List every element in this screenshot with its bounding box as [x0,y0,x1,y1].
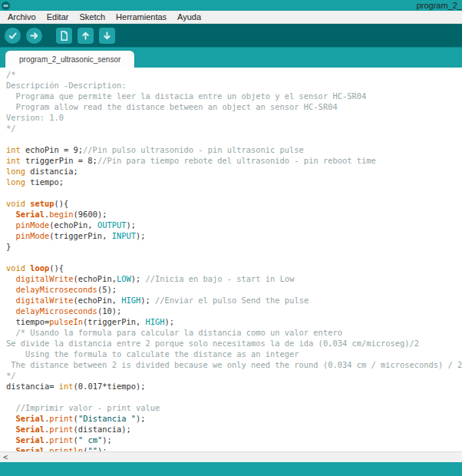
code-line [6,252,462,263]
code-line: tiempo=pulseIn(triggerPin, HIGH); [6,316,462,327]
menu-item-herramientas[interactable]: Herramientas [111,11,172,23]
arduino-logo-icon: ∞ [2,2,10,10]
menu-item-sketch[interactable]: Sketch [74,11,111,23]
check-icon [7,30,18,41]
code-line: /* [6,69,462,80]
code-line: digitalWrite(echoPin,LOW); //Inicia en b… [6,273,462,284]
code-line: distancia= int(0.017*tiempo); [6,381,462,392]
code-line: delayMicroseconds(10); [6,306,462,316]
open-sketch-button[interactable] [78,28,94,44]
arrow-right-icon [28,30,40,41]
code-line: /* Usando la formula para calcular la di… [6,327,462,338]
code-line: long distancia; [6,166,462,177]
code-line: Se divide la distancia entre 2 porque so… [6,338,462,349]
code-line [6,134,462,144]
code-line: } [6,241,462,252]
code-line: Descripción -Description: [6,80,462,91]
code-line: pinMode(echoPin, OUTPUT); [6,220,462,230]
code-editor[interactable]: /*Descripción -Description: Programa que… [0,68,462,451]
document-icon [58,30,70,41]
code-line [6,187,462,198]
menu-item-ayuda[interactable]: Ayuda [172,11,206,23]
code-line: delayMicroseconds(5); [6,284,462,295]
arrow-up-icon [80,30,91,41]
scroll-left-button[interactable]: < [0,452,12,462]
menu-item-editar[interactable]: Editar [41,11,74,23]
code-line: int echoPin = 9;//Pin pulso ultrasonido … [6,144,462,155]
code-line: int triggerPin = 8;//Pin para tiempo reb… [6,155,462,166]
code-line: Serial.begin(9600); [6,209,462,220]
arrow-down-icon [101,30,113,41]
code-line: long tiempo; [6,177,462,187]
code-line: Version: 1.0 [6,112,462,123]
save-sketch-button[interactable] [99,28,115,44]
tab-strip: program_2_ultrasonic_sensor [0,47,462,68]
upload-button[interactable] [26,28,42,44]
menu-item-archivo[interactable]: Archivo [2,11,41,23]
code-line: The distance between 2 is divided becaus… [6,359,462,370]
arduino-ide-window: ∞ program_2_ ArchivoEditarSketchHerramie… [0,0,462,476]
code-line: Serial.print(" cm"); [6,435,462,445]
toolbar [0,24,462,47]
horizontal-scrollbar[interactable]: < [0,451,462,462]
code-line: pinMode(triggerPin, INPUT); [6,230,462,241]
code-area: /*Descripción -Description: Programa que… [6,69,462,451]
code-line: Serial.println(""); [6,445,462,451]
new-sketch-button[interactable] [56,28,72,44]
tab-program-2-ultrasonic-sensor[interactable]: program_2_ultrasonic_sensor [5,51,134,68]
code-line: Using the formula to calculate the dista… [6,349,462,359]
code-line: */ [6,123,462,134]
code-line: void setup(){ [6,198,462,209]
status-bar [0,462,462,476]
code-line: Programa que permite leer la distacia en… [6,91,462,101]
code-line: //Imprimir valor - print value [6,402,462,413]
title-bar: ∞ program_2_ [0,0,462,11]
verify-button[interactable] [5,28,21,44]
code-line: Serial.print(distancia); [6,424,462,435]
tab-label: program_2_ultrasonic_sensor [19,55,120,64]
code-line: void loop(){ [6,263,462,273]
window-title: program_2_ [417,0,462,11]
code-line [6,392,462,402]
code-line: Program allow read the distance between … [6,101,462,112]
code-line: Serial.print("Distancia "); [6,413,462,424]
code-line: digitalWrite(echoPin, HIGH); //Enviar el… [6,295,462,306]
menu-bar: ArchivoEditarSketchHerramientasAyuda [0,11,462,24]
code-line: */ [6,370,462,381]
